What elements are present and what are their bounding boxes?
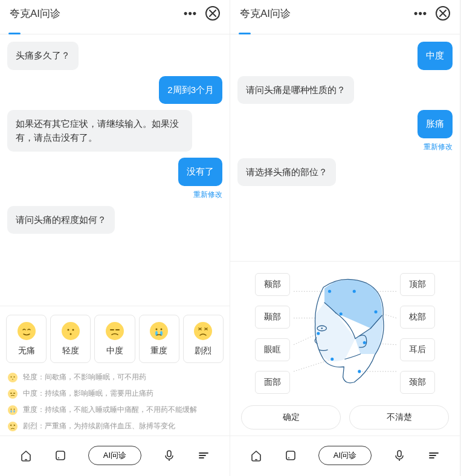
confirm-button[interactable]: 确定 [241, 405, 341, 429]
region-face[interactable]: 面部 [255, 371, 290, 394]
ai-consult-button[interactable]: AI问诊 [88, 446, 141, 465]
head-diagram[interactable] [294, 270, 396, 397]
svg-point-7 [156, 329, 158, 330]
svg-point-3 [72, 329, 74, 331]
bottom-bar: AI问诊 [0, 436, 230, 476]
svg-point-17 [8, 405, 18, 415]
svg-point-42 [363, 341, 366, 344]
legend-row: 中度：持续痛，影响睡眠，需要用止痛药 [7, 388, 222, 399]
pain-option-mild[interactable]: 轻度 [50, 315, 91, 363]
region-orbit[interactable]: 眼眶 [255, 338, 290, 361]
tab-bar [230, 25, 460, 34]
svg-point-47 [288, 457, 289, 458]
svg-point-43 [330, 358, 334, 361]
home-icon[interactable] [249, 448, 263, 463]
svg-point-41 [317, 332, 320, 335]
svg-line-29 [294, 333, 318, 345]
pain-legend: 轻度：间歇痛，不影响睡眠，可不用药 中度：持续痛，影响睡眠，需要用止痛药 重度：… [6, 371, 224, 432]
tab-active[interactable] [235, 25, 254, 34]
svg-point-11 [194, 322, 212, 340]
screen-right: 夸克AI问诊 ••• 中度 请问头痛是哪种性质的？ 胀痛 重新修改 请选择头痛的… [230, 0, 460, 476]
menu-icon[interactable] [196, 448, 211, 463]
svg-point-18 [11, 409, 12, 410]
svg-point-21 [13, 410, 15, 413]
legend-label: 中度 [23, 389, 37, 397]
region-temple[interactable]: 颞部 [255, 306, 290, 329]
edit-link[interactable]: 重新修改 [424, 142, 453, 152]
more-icon[interactable]: ••• [414, 7, 427, 20]
user-message: 没有了 [178, 158, 222, 186]
header: 夸克AI问诊 ••• [0, 0, 230, 25]
svg-rect-48 [398, 451, 401, 457]
legend-face-icon [7, 388, 18, 399]
svg-point-14 [14, 376, 15, 378]
pain-label: 中度 [106, 346, 123, 356]
svg-point-44 [358, 370, 361, 373]
menu-icon[interactable] [427, 448, 441, 463]
close-button[interactable] [205, 6, 220, 21]
legend-label: 剧烈 [23, 422, 37, 430]
header-actions: ••• [184, 6, 220, 21]
mic-icon[interactable] [162, 448, 176, 463]
svg-point-38 [353, 290, 356, 293]
region-neck[interactable]: 颈部 [400, 371, 435, 394]
close-button[interactable] [436, 6, 450, 21]
user-message: 中度 [417, 42, 453, 70]
svg-rect-23 [25, 459, 27, 460]
legend-desc: 间歇痛，不影响睡眠，可不用药 [45, 373, 146, 381]
legend-label: 轻度 [23, 373, 37, 381]
header-actions: ••• [414, 6, 450, 21]
pain-option-none[interactable]: 无痛 [6, 315, 47, 363]
svg-point-20 [10, 410, 11, 413]
close-icon [209, 10, 216, 17]
more-icon[interactable]: ••• [184, 7, 197, 20]
svg-line-30 [294, 359, 332, 371]
face-severe-icon [149, 321, 169, 341]
bot-message: 请问头痛是哪种性质的？ [237, 76, 354, 105]
pain-option-extreme[interactable]: 剧烈 [183, 315, 224, 363]
region-occiput[interactable]: 枕部 [400, 306, 435, 329]
pain-label: 重度 [150, 346, 167, 356]
window-icon[interactable] [283, 448, 298, 463]
mic-icon[interactable] [392, 448, 407, 463]
svg-point-1 [62, 322, 80, 340]
region-top[interactable]: 顶部 [400, 273, 435, 296]
legend-desc: 严重痛，为持续剧痛伴血压、脉搏等变化 [45, 422, 175, 430]
face-mild-icon [61, 321, 80, 341]
chat-area: 头痛多久了？ 2周到3个月 如果还有其它症状，请继续输入。如果没有，请点击没有了… [0, 34, 230, 306]
tab-active[interactable] [5, 25, 24, 34]
svg-rect-26 [167, 451, 171, 457]
page-title: 夸克AI问诊 [240, 7, 291, 21]
edit-link[interactable]: 重新修改 [193, 190, 222, 200]
page-title: 夸克AI问诊 [10, 7, 60, 21]
region-forehead[interactable]: 额部 [255, 273, 290, 296]
region-behind-ear[interactable]: 耳后 [400, 338, 435, 361]
home-icon[interactable] [19, 448, 33, 463]
bot-message: 请选择头痛的部位？ [237, 158, 336, 187]
pain-label: 轻度 [62, 346, 79, 356]
legend-label: 重度 [23, 405, 37, 414]
face-moderate-icon [105, 321, 124, 341]
ai-consult-button[interactable]: AI问诊 [318, 446, 372, 465]
tab-bar [0, 25, 230, 34]
legend-face-icon [7, 405, 18, 416]
bot-message: 头痛多久了？ [7, 42, 79, 70]
bottom-bar: AI问诊 [230, 436, 460, 476]
svg-point-15 [12, 379, 13, 380]
pain-label: 无痛 [18, 346, 35, 356]
window-icon[interactable] [53, 448, 68, 463]
chat-area: 中度 请问头痛是哪种性质的？ 胀痛 重新修改 请选择头痛的部位？ [230, 34, 460, 261]
unclear-button[interactable]: 不清楚 [349, 405, 449, 429]
pain-option-severe[interactable]: 重度 [139, 315, 179, 363]
svg-point-6 [150, 322, 168, 340]
head-grid: 额部 颞部 眼眶 面部 [236, 270, 454, 397]
user-message: 胀痛 [417, 110, 453, 138]
svg-point-39 [340, 312, 343, 315]
svg-point-25 [58, 457, 59, 458]
svg-rect-45 [255, 459, 257, 460]
legend-desc: 持续痛，影响睡眠，需要用止痛药 [45, 389, 153, 397]
face-none-icon [17, 321, 36, 341]
pain-option-moderate[interactable]: 中度 [94, 315, 135, 363]
svg-point-13 [11, 376, 12, 378]
pain-level-picker: 无痛 轻度 中度 重度 [0, 306, 230, 436]
